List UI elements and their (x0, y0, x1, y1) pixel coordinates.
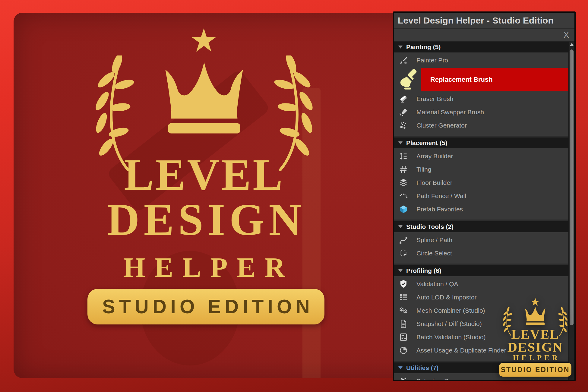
tool-item-label: Asset Usage & Duplicate Finder (416, 347, 506, 354)
tool-item-label: Floor Builder (416, 179, 452, 186)
section-header-utilities[interactable]: Utilities (7) (394, 362, 568, 373)
eraser-icon (398, 94, 409, 103)
grid-icon (398, 165, 409, 174)
tool-item-validation-qa[interactable]: Validation / QA (394, 277, 568, 291)
hero-title-line2: DESIGN (14, 194, 395, 245)
tool-item-label: Spline / Path (416, 236, 452, 244)
window-titlebar[interactable]: Level Design Helper - Studio Edition (394, 13, 574, 28)
section-header-painting[interactable]: Painting (5) (394, 42, 568, 52)
tool-item-label: Eraser Brush (416, 95, 454, 103)
tool-item-label: Replacement Brush (430, 76, 493, 84)
tool-item-label: Tiling (416, 166, 431, 173)
spline-icon (398, 236, 409, 245)
chevron-down-icon (398, 366, 403, 369)
tool-item-batch-validation[interactable]: Batch Validation (Studio) (394, 330, 568, 344)
section-utilities: Utilities (7) Selection Pro (394, 362, 568, 380)
tool-item-floor-builder[interactable]: Floor Builder (394, 176, 568, 189)
section-label: Utilities (7) (406, 364, 438, 371)
layers-icon (398, 178, 409, 187)
screenshot-root: { "window": { "title": "Level Design Hel… (0, 0, 588, 392)
cursor-sparkle-icon (398, 377, 409, 380)
hero-edition-badge: STUDIO EDITION (87, 289, 324, 324)
cube-icon (398, 205, 409, 214)
tool-item-path-fence-wall[interactable]: Path Fence / Wall (394, 189, 568, 203)
close-icon[interactable]: X (558, 29, 574, 41)
tool-item-label: Auto LOD & Impostor (416, 294, 477, 301)
dotted-path-icon (398, 191, 409, 201)
lod-list-icon (398, 293, 409, 302)
tool-window: Level Design Helper - Studio Edition X P… (393, 11, 576, 381)
tool-list: Painting (5) Painter Pro (394, 42, 568, 380)
cluster-dots-icon (398, 121, 409, 130)
vertical-scrollbar[interactable] (568, 42, 574, 380)
tool-item-label: Snapshot / Diff (Studio) (416, 320, 482, 327)
scroll-up-arrow-icon[interactable] (570, 43, 574, 46)
tool-item-label: Painter Pro (416, 57, 448, 64)
section-body: Spline / Path Circle Select (394, 232, 568, 264)
section-placement: Placement (5) Array Builder Tiling (394, 138, 568, 220)
chevron-down-icon (398, 225, 403, 228)
replacement-brush-icon (396, 68, 421, 91)
tool-item-prefab-favorites[interactable]: Prefab Favorites (394, 203, 568, 216)
circle-select-icon (398, 249, 409, 258)
tool-item-circle-select[interactable]: Circle Select (394, 247, 568, 260)
section-label: Studio Tools (2) (406, 223, 454, 230)
tool-item-asset-usage-duplicate-finder[interactable]: Asset Usage & Duplicate Finder (394, 344, 568, 357)
checklist-icon (398, 333, 409, 342)
crown-icon (135, 60, 273, 139)
tool-item-material-swapper-brush[interactable]: Material Swapper Brush (394, 106, 568, 119)
tool-item-mesh-combiner[interactable]: Mesh Combiner (Studio) (394, 304, 568, 317)
mesh-cubes-icon (398, 306, 409, 315)
tool-item-label: Validation / QA (416, 280, 458, 288)
tool-item-label: Circle Select (416, 250, 452, 257)
tool-item-selection-pro[interactable]: Selection Pro (394, 375, 568, 380)
section-body: Validation / QA Auto LOD & Impostor Mesh… (394, 276, 568, 361)
shield-check-icon (398, 280, 409, 289)
chevron-down-icon (398, 46, 403, 49)
tool-item-label: Mesh Combiner (Studio) (416, 307, 485, 314)
tool-item-label: Array Builder (416, 153, 453, 160)
search-input[interactable] (394, 29, 558, 41)
tool-item-label: Prefab Favorites (416, 206, 463, 213)
hero-logo: LEVEL DESIGN HELPER STUDIO EDITION (14, 13, 395, 378)
tool-item-spline-path[interactable]: Spline / Path (394, 233, 568, 247)
tool-item-cluster-generator[interactable]: Cluster Generator (394, 119, 568, 132)
section-label: Profiling (6) (406, 267, 441, 274)
selected-highlight: Replacement Brush (421, 68, 568, 91)
tool-item-label: Cluster Generator (416, 122, 467, 129)
material-swap-brush-icon (398, 108, 409, 117)
tool-item-array-builder[interactable]: Array Builder (394, 150, 568, 163)
tool-item-snapshot-diff[interactable]: Snapshot / Diff (Studio) (394, 317, 568, 330)
section-body: Painter Pro Replacement Brush (394, 52, 568, 136)
paint-brush-icon (398, 56, 409, 65)
tool-item-eraser-brush[interactable]: Eraser Brush (394, 92, 568, 106)
search-bar: X (394, 28, 574, 42)
hero-title-line1: LEVEL (14, 149, 395, 200)
tool-item-label: Selection Pro (416, 378, 454, 380)
tool-item-label: Batch Validation (Studio) (416, 334, 486, 341)
pie-chart-icon (398, 346, 409, 355)
chevron-down-icon (398, 141, 403, 144)
section-header-placement[interactable]: Placement (5) (394, 138, 568, 148)
section-label: Painting (5) (406, 43, 441, 51)
chevron-down-icon (398, 269, 403, 272)
tool-item-painter-pro[interactable]: Painter Pro (394, 54, 568, 67)
section-studio-tools: Studio Tools (2) Spline / Path Circle Se… (394, 221, 568, 264)
section-label: Placement (5) (406, 139, 447, 147)
section-profiling: Profiling (6) Validation / QA Auto LOD &… (394, 265, 568, 361)
tool-item-label: Material Swapper Brush (416, 109, 484, 116)
hero-title-line3: HELPER (14, 251, 395, 283)
scrollbar-thumb[interactable] (570, 49, 574, 325)
array-arrows-icon (398, 152, 409, 161)
tool-item-tiling[interactable]: Tiling (394, 163, 568, 176)
star-icon (191, 28, 217, 52)
document-icon (398, 319, 409, 328)
tool-item-auto-lod-impostor[interactable]: Auto LOD & Impostor (394, 291, 568, 304)
section-header-profiling[interactable]: Profiling (6) (394, 265, 568, 276)
tool-item-label: Path Fence / Wall (416, 192, 466, 200)
section-body: Array Builder Tiling Floor Builder (394, 148, 568, 220)
section-painting: Painting (5) Painter Pro (394, 42, 568, 136)
tool-item-replacement-brush[interactable]: Replacement Brush (394, 67, 568, 92)
section-header-studio-tools[interactable]: Studio Tools (2) (394, 221, 568, 232)
section-body: Selection Pro (394, 373, 568, 380)
